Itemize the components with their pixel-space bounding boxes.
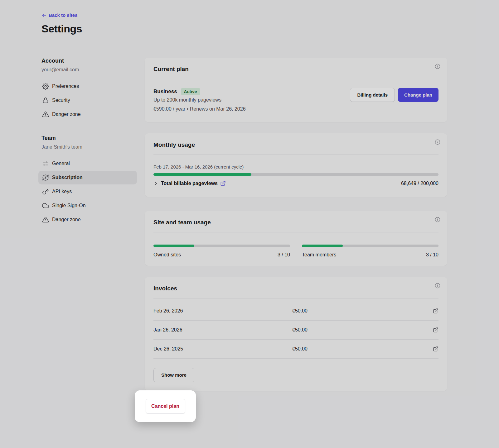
- dim-overlay: [0, 0, 499, 448]
- cancel-plan-button[interactable]: Cancel plan: [146, 399, 185, 414]
- cancel-plan-spotlight: Cancel plan: [135, 390, 196, 422]
